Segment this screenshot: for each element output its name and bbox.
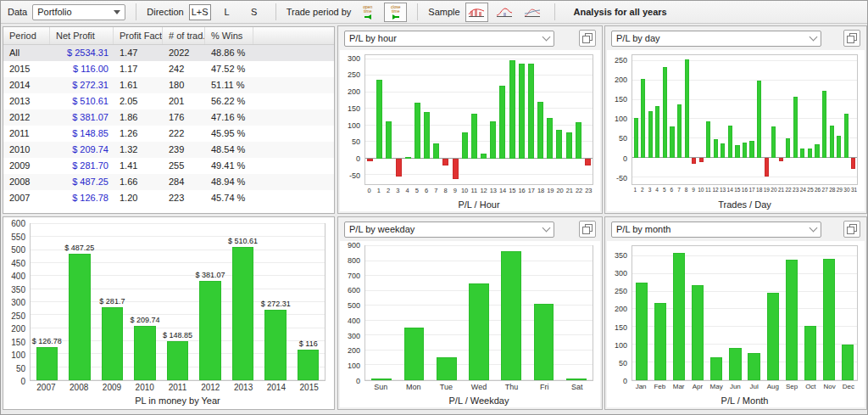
bar — [830, 126, 834, 158]
plot-area — [632, 245, 858, 381]
bar — [199, 281, 220, 380]
x-axis-ticks: 200720082009201020112012201320142015 — [30, 383, 326, 393]
sample-histogram-button[interactable] — [493, 3, 516, 22]
bar — [655, 106, 659, 158]
x-tick-label: 15 — [734, 187, 742, 197]
copy-icon — [846, 32, 858, 44]
bar — [677, 104, 682, 158]
bar — [743, 143, 747, 158]
y-tick-label: 300 — [11, 298, 25, 307]
y-tick-label: 150 — [348, 104, 360, 113]
direction-long-button[interactable]: L — [216, 4, 238, 20]
table-row[interactable]: 2012$ 381.071.8617647.16 % — [3, 109, 334, 126]
x-tick-label: 3 — [646, 187, 654, 197]
sample-positions-button[interactable] — [521, 3, 544, 22]
arrow-right-icon — [392, 14, 399, 20]
bar — [415, 103, 420, 158]
gridline — [365, 108, 593, 109]
table-cell: $ 116.00 — [50, 61, 114, 77]
column-header-wins[interactable]: % Wins — [205, 27, 253, 44]
x-tick-label: 31 — [850, 187, 858, 197]
pl-by-month-panel: P/L by month 050100150200250300350 JanFe… — [604, 216, 867, 410]
bar-value-label: $ 272.31 — [261, 300, 291, 308]
x-tick-label: 5 — [412, 187, 421, 197]
bar — [462, 132, 468, 159]
table-cell: $ 281.70 — [50, 158, 114, 174]
chart-type-select-month[interactable]: P/L by month — [611, 222, 821, 238]
sample-all-trades-button[interactable] — [465, 3, 488, 22]
column-header-trades[interactable]: # of trad... — [163, 27, 205, 44]
table-row[interactable]: 2015$ 116.001.1724247.52 % — [3, 61, 334, 77]
chart-panel-header: P/L by weekday — [338, 217, 602, 241]
x-tick-label: Tue — [430, 383, 463, 393]
y-tick-label: 400 — [11, 272, 25, 281]
bar — [636, 283, 648, 380]
chart-type-select-weekday[interactable]: P/L by weekday — [344, 222, 554, 238]
table-cell: 2007 — [3, 190, 50, 206]
bar — [728, 126, 732, 158]
table-row[interactable]: 2013$ 510.612.0520156.22 % — [3, 93, 334, 109]
x-tick-label: 26 — [814, 187, 821, 197]
bar — [367, 159, 373, 161]
column-header-period[interactable]: Period — [3, 27, 50, 44]
close-time-button[interactable]: close time — [384, 3, 407, 22]
table-cell: 45.74 % — [205, 190, 253, 206]
table-cell-filler — [253, 190, 334, 206]
column-header-profit-factor[interactable]: Profit Factor — [114, 27, 163, 44]
gridline — [632, 60, 857, 61]
x-axis-ticks: SunMonTueWedThuFriSat — [364, 383, 593, 393]
x-tick-label: 9 — [690, 187, 698, 197]
table-body: All$ 2534.311.47202248.86 %2015$ 116.001… — [3, 45, 334, 206]
bar — [556, 130, 562, 159]
mini-chart-icon — [496, 6, 513, 18]
copy-chart-button[interactable] — [579, 30, 596, 47]
table-cell: $ 510.61 — [50, 93, 114, 109]
y-tick-label: 0 — [623, 377, 627, 385]
x-tick-label: 18 — [537, 187, 546, 197]
gridline — [365, 92, 593, 93]
bar — [648, 111, 653, 158]
column-header-net-profit[interactable]: Net Profit — [50, 27, 114, 44]
pl-by-hour-panel: P/L by hour -50050100150200250300 012345… — [337, 25, 603, 214]
x-tick-label: Fri — [528, 383, 561, 393]
table-row[interactable]: 2007$ 126.781.2022345.74 % — [3, 190, 334, 206]
table-cell: 2009 — [3, 158, 50, 174]
table-cell: 48.86 % — [205, 45, 253, 61]
x-tick-label: 16 — [741, 187, 748, 197]
chart-type-select-hour[interactable]: P/L by hour — [344, 31, 554, 47]
data-select[interactable]: Portfolio — [32, 4, 125, 20]
x-tick-label: 19 — [763, 187, 771, 197]
bar — [771, 126, 776, 158]
table-row[interactable]: 2008$ 487.251.6628448.94 % — [3, 174, 334, 190]
x-tick-label: Jun — [726, 383, 744, 393]
bar — [670, 126, 674, 158]
bar — [673, 253, 685, 380]
copy-icon — [846, 223, 858, 235]
bar — [376, 80, 382, 159]
x-tick-label: 12 — [479, 187, 488, 197]
x-tick-label: 10 — [697, 187, 704, 197]
bar — [706, 121, 710, 158]
open-time-button[interactable]: open time — [356, 3, 379, 22]
table-row[interactable]: 2009$ 281.701.4125549.41 % — [3, 158, 334, 174]
bar — [501, 251, 521, 380]
direction-short-button[interactable]: S — [243, 4, 265, 20]
bar — [371, 379, 392, 380]
table-row[interactable]: 2010$ 209.741.3223948.54 % — [3, 142, 334, 158]
direction-long-short-button[interactable]: L+S — [189, 4, 211, 20]
arrow-left-icon — [364, 14, 371, 20]
copy-chart-button[interactable] — [843, 221, 860, 238]
copy-chart-button[interactable] — [843, 30, 860, 47]
gridline — [365, 75, 593, 76]
x-tick-label: 12 — [712, 187, 720, 197]
chevron-down-icon — [542, 32, 551, 41]
table-row[interactable]: 2011$ 148.851.2622245.95 % — [3, 126, 334, 142]
table-row[interactable]: 2014$ 272.311.6118051.11 % — [3, 77, 334, 93]
x-tick-label: 21 — [777, 187, 785, 197]
table-cell: 45.95 % — [205, 126, 253, 142]
copy-chart-button[interactable] — [579, 221, 596, 238]
table-row[interactable]: All$ 2534.311.47202248.86 % — [3, 45, 334, 61]
chart-type-select-day[interactable]: P/L by day — [611, 31, 821, 47]
table-cell: $ 148.85 — [50, 126, 114, 142]
table-cell: 49.41 % — [205, 158, 253, 174]
